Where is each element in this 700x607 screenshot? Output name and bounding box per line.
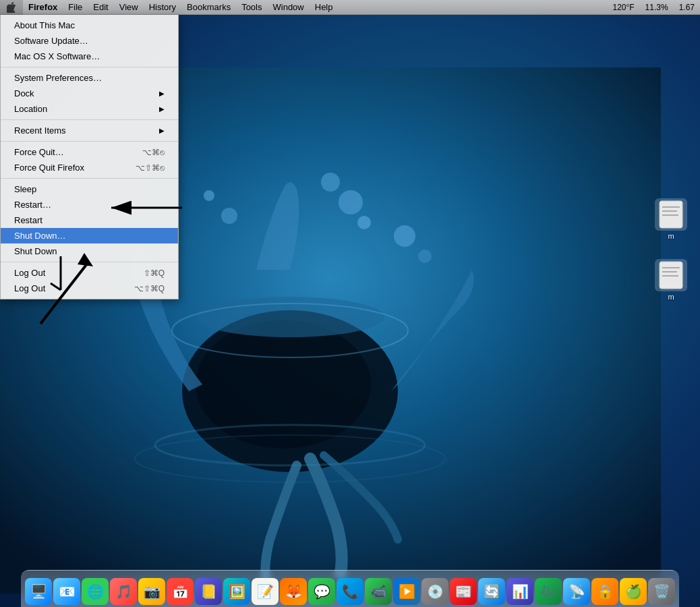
menu-macosx-software[interactable]: Mac OS X Software… bbox=[1, 49, 178, 64]
recent-submenu-arrow: ▶ bbox=[159, 127, 165, 134]
dock: 🖥️ 📧 🌐 🎵 📷 📅 📒 🖼️ 📝 🦊 💬 📞 📹 ▶️ 💿 📰 🔄 📊 🎶… bbox=[21, 570, 679, 607]
menubar-firefox[interactable]: Firefox bbox=[23, 0, 63, 15]
dock-icon-spotify[interactable]: 🎶 bbox=[535, 578, 562, 605]
temperature-display: 120°F bbox=[607, 0, 639, 15]
svg-point-5 bbox=[357, 216, 371, 229]
menu-system-preferences[interactable]: System Preferences… bbox=[1, 70, 178, 86]
menubar-window[interactable]: Window bbox=[268, 0, 310, 15]
dock-icon-address[interactable]: 📒 bbox=[195, 578, 222, 605]
svg-rect-27 bbox=[662, 275, 678, 277]
dock-icon-safari[interactable]: 🌐 bbox=[82, 578, 109, 605]
battery-display: 11.3% bbox=[640, 0, 674, 15]
svg-point-7 bbox=[221, 208, 237, 224]
dock-icon-news[interactable]: 📰 bbox=[450, 578, 477, 605]
svg-point-8 bbox=[204, 190, 214, 201]
dock-icon-finder[interactable]: 🖥️ bbox=[25, 578, 52, 605]
menubar-history[interactable]: History bbox=[144, 0, 181, 15]
dock-icon-firefox[interactable]: 🦊 bbox=[280, 578, 307, 605]
menu-shutdown-dialog[interactable]: Shut Down… bbox=[1, 228, 178, 243]
menu-logout-alt[interactable]: Log Out ⌥⇧⌘Q bbox=[1, 281, 178, 296]
svg-point-6 bbox=[321, 173, 340, 192]
separator-3 bbox=[1, 141, 178, 142]
separator-2 bbox=[1, 119, 178, 120]
desktop-icon-label-1: m bbox=[668, 232, 674, 240]
menu-restart-dialog[interactable]: Restart… bbox=[1, 197, 178, 212]
dock-icon-ical[interactable]: 📅 bbox=[167, 578, 194, 605]
dock-icon-itunes[interactable]: 🎵 bbox=[110, 578, 137, 605]
apple-menu-button[interactable] bbox=[0, 0, 23, 15]
force-quit-firefox-shortcut: ⌥⇧⌘⎋ bbox=[136, 163, 165, 173]
menubar-view[interactable]: View bbox=[114, 0, 144, 15]
logout-shortcut: ⇧⌘Q bbox=[144, 268, 165, 278]
dock-icon-textedit[interactable]: 📝 bbox=[252, 578, 279, 605]
dock-icon-quicktime[interactable]: ▶️ bbox=[393, 578, 420, 605]
dock-icon-skype[interactable]: 📞 bbox=[337, 578, 363, 605]
dock-icon-security[interactable]: 🔒 bbox=[591, 578, 618, 605]
dock-icon-activity[interactable]: 📊 bbox=[506, 578, 533, 605]
menu-shutdown[interactable]: Shut Down bbox=[1, 243, 178, 259]
dock-submenu-arrow: ▶ bbox=[159, 90, 165, 97]
separator-5 bbox=[1, 262, 178, 262]
location-submenu-arrow: ▶ bbox=[159, 105, 165, 113]
menubar-edit[interactable]: Edit bbox=[88, 0, 113, 15]
svg-rect-25 bbox=[662, 267, 680, 268]
dock-icon-trash[interactable]: 🗑️ bbox=[648, 578, 675, 605]
dock-icon-chat[interactable]: 💬 bbox=[308, 578, 335, 605]
desktop-icon-image-1 bbox=[655, 198, 687, 231]
desktop-icon-1[interactable]: m bbox=[647, 196, 695, 243]
dock-icon-network[interactable]: 📡 bbox=[563, 578, 590, 605]
svg-rect-21 bbox=[662, 206, 680, 208]
menu-dock[interactable]: Dock ▶ bbox=[1, 86, 178, 101]
desktop-icon-image-2 bbox=[655, 259, 687, 291]
menu-logout[interactable]: Log Out ⇧⌘Q bbox=[1, 265, 178, 281]
clock-display: 1.67 bbox=[674, 0, 700, 15]
dock-icon-updates[interactable]: 🔄 bbox=[478, 578, 505, 605]
menu-sleep[interactable]: Sleep bbox=[1, 181, 178, 197]
menu-force-quit[interactable]: Force Quit… ⌥⌘⎋ bbox=[1, 144, 178, 160]
menubar: Firefox File Edit View History Bookmarks… bbox=[0, 0, 700, 15]
desktop-icon-label-2: m bbox=[668, 293, 674, 301]
menubar-file[interactable]: File bbox=[63, 0, 88, 15]
menubar-help[interactable]: Help bbox=[310, 0, 339, 15]
menu-location[interactable]: Location ▶ bbox=[1, 101, 178, 117]
dock-icon-photos[interactable]: 📷 bbox=[138, 578, 165, 605]
menu-recent-items[interactable]: Recent Items ▶ bbox=[1, 123, 178, 138]
svg-point-10 bbox=[418, 250, 432, 263]
svg-point-4 bbox=[339, 190, 363, 214]
force-quit-shortcut: ⌥⌘⎋ bbox=[142, 148, 165, 157]
menubar-right: 120°F 11.3% 1.67 bbox=[607, 0, 700, 15]
svg-rect-23 bbox=[662, 214, 678, 216]
svg-point-2 bbox=[196, 320, 371, 449]
menu-force-quit-firefox[interactable]: Force Quit Firefox ⌥⇧⌘⎋ bbox=[1, 160, 178, 175]
separator-4 bbox=[1, 178, 178, 179]
desktop: Firefox File Edit View History Bookmarks… bbox=[0, 0, 700, 607]
logout-alt-shortcut: ⌥⇧⌘Q bbox=[134, 284, 165, 293]
svg-rect-26 bbox=[662, 271, 677, 272]
menubar-tools[interactable]: Tools bbox=[236, 0, 267, 15]
svg-rect-22 bbox=[662, 210, 677, 212]
dock-icon-facetime[interactable]: 📹 bbox=[365, 578, 392, 605]
dock-icon-dvd[interactable]: 💿 bbox=[421, 578, 448, 605]
dock-icon-fruit[interactable]: 🍏 bbox=[620, 578, 647, 605]
dock-icon-preview[interactable]: 🖼️ bbox=[223, 578, 250, 605]
menubar-bookmarks[interactable]: Bookmarks bbox=[181, 0, 236, 15]
menu-restart[interactable]: Restart bbox=[1, 212, 178, 228]
dock-icon-mail[interactable]: 📧 bbox=[53, 578, 80, 605]
apple-dropdown-menu: About This Mac Software Update… Mac OS X… bbox=[0, 15, 179, 299]
menu-software-update[interactable]: Software Update… bbox=[1, 33, 178, 49]
separator-1 bbox=[1, 67, 178, 67]
desktop-icon-2[interactable]: m bbox=[647, 256, 695, 304]
svg-point-9 bbox=[394, 225, 415, 247]
menu-about-mac[interactable]: About This Mac bbox=[1, 18, 178, 33]
